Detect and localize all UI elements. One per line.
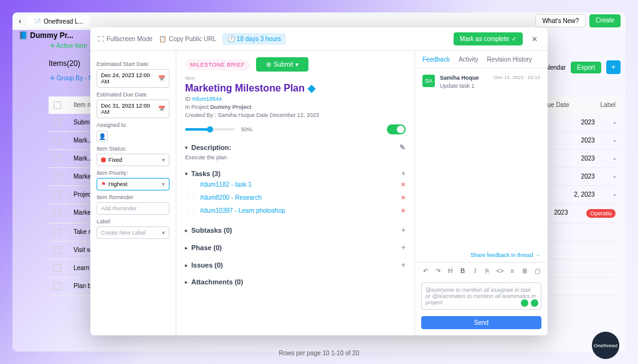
- add-task-button[interactable]: +: [401, 169, 406, 178]
- send-button[interactable]: Send: [421, 316, 541, 329]
- remove-task-button[interactable]: ✕: [401, 194, 406, 201]
- progress-value: 50%: [241, 126, 252, 133]
- item-id: ID #dum19544: [185, 96, 406, 102]
- chevron-right-icon: ▸: [185, 245, 188, 251]
- milestone-title: Marketing Milestone Plan ◆: [185, 82, 406, 94]
- create-button[interactable]: Create: [589, 14, 621, 27]
- comments-panel: Feedback Activity Revision History SA Sa…: [414, 51, 548, 335]
- description-section-header[interactable]: ▾ Description: ✎: [185, 143, 406, 152]
- comment-input[interactable]: @everyone to mention all assignee in tas…: [421, 282, 541, 310]
- milestone-brief-badge: MILESTONE BRIEF: [185, 59, 250, 70]
- heading-icon[interactable]: H: [446, 266, 455, 275]
- created-by-info: Created By : Samiha Hoque Date December …: [185, 112, 406, 118]
- active-toggle[interactable]: [387, 124, 406, 134]
- chevron-right-icon: ▸: [185, 263, 188, 268]
- tab-activity[interactable]: Activity: [459, 56, 478, 63]
- mark-complete-button[interactable]: Mark as complete ✓: [454, 32, 523, 45]
- calendar-icon: 📅: [158, 106, 165, 112]
- status-label: Item Status:: [97, 146, 169, 152]
- copy-url-button[interactable]: 📋 Copy Public URL: [159, 35, 216, 42]
- start-date-label: Estimated Start Date: [97, 61, 169, 67]
- chevron-down-icon: ▾: [185, 171, 188, 177]
- remove-task-button[interactable]: ✕: [401, 207, 406, 214]
- add-phase-button[interactable]: +: [401, 243, 406, 252]
- code-icon[interactable]: <>: [495, 266, 504, 275]
- fullscreen-button[interactable]: ⛶ Fullscreen Mode: [98, 35, 153, 42]
- comment-text: Update task 1: [440, 83, 540, 89]
- diamond-icon: ◆: [308, 83, 315, 93]
- edit-icon[interactable]: ✎: [399, 143, 406, 152]
- reminder-input[interactable]: Add Reminder: [97, 202, 169, 215]
- item-label: Item: [185, 75, 406, 81]
- bold-icon[interactable]: B: [459, 266, 467, 275]
- add-subtask-button[interactable]: +: [401, 226, 406, 235]
- items-count: Items(20): [49, 59, 80, 68]
- chevron-right-icon: ▸: [185, 228, 188, 233]
- assigned-label: Assigned to: [97, 122, 169, 128]
- project-link[interactable]: In Project Dummy Project: [185, 104, 406, 110]
- drag-icon[interactable]: ⋮⋮: [185, 195, 196, 201]
- status-select[interactable]: Fixed▾: [97, 154, 169, 166]
- undo-icon[interactable]: ↶: [421, 266, 430, 275]
- drag-icon[interactable]: ⋮⋮: [185, 208, 196, 214]
- active-items-tab[interactable]: ✛ Active Item: [50, 42, 87, 49]
- export-button[interactable]: Export: [571, 62, 601, 73]
- task-item[interactable]: ⋮⋮ #dum1182 - task 1 ✕: [185, 178, 406, 191]
- comment-item: SA Samiha Hoque Dec 13, 2023 . 20:19 Upd…: [422, 75, 540, 89]
- back-icon: ‹: [19, 17, 21, 26]
- project-title: 📘 Dummy Pr...: [19, 31, 74, 40]
- link-icon[interactable]: ⎘: [483, 266, 492, 275]
- calendar-icon: 📅: [158, 75, 165, 82]
- issues-section-header[interactable]: ▸ Issues (0) +: [185, 261, 406, 269]
- tab-history[interactable]: Revision History: [487, 56, 532, 63]
- select-all-checkbox[interactable]: [54, 101, 61, 109]
- comment-author: Samiha Hoque: [440, 75, 479, 81]
- task-item[interactable]: ⋮⋮ #dum8200 - Research ✕: [185, 191, 406, 204]
- task-item[interactable]: ⋮⋮ #dum10397 - Learn photoshop ✕: [185, 204, 406, 217]
- due-date-label: Estimated Due Date: [97, 91, 169, 98]
- progress-slider[interactable]: [185, 128, 235, 131]
- milestone-modal: ⛶ Fullscreen Mode 📋 Copy Public URL 🕐 18…: [90, 27, 548, 335]
- browser-tab[interactable]: 📄 Onethread L...: [27, 16, 90, 27]
- modal-main: MILESTONE BRIEF ⊕ Submit ▾ Item Marketin…: [176, 51, 414, 335]
- priority-select[interactable]: ⚑Highest▾: [97, 178, 169, 190]
- tasks-section-header[interactable]: ▾ Tasks (3) +: [185, 169, 406, 178]
- list-icon[interactable]: ≡: [508, 266, 517, 275]
- subtasks-section-header[interactable]: ▸ Subtasks (0) +: [185, 226, 406, 235]
- description-text: Execute the plan: [185, 154, 406, 161]
- onethread-logo: Onethread: [592, 332, 619, 359]
- label-select[interactable]: Create New Label▾: [97, 226, 169, 239]
- add-issue-button[interactable]: +: [401, 261, 406, 269]
- label-label: Label: [97, 218, 169, 225]
- share-feedback-link[interactable]: Share feedback in thread →: [415, 248, 548, 262]
- tab-feedback[interactable]: Feedback: [422, 56, 450, 63]
- time-remaining: 🕐 18 days 3 hours: [222, 33, 286, 45]
- close-icon[interactable]: ✕: [529, 34, 540, 45]
- image-icon[interactable]: ▢: [533, 266, 541, 275]
- drag-icon[interactable]: ⋮⋮: [185, 182, 196, 188]
- attachments-section-header[interactable]: ▸ Attachments (0): [185, 278, 406, 286]
- numbered-list-icon[interactable]: ≣: [520, 266, 529, 275]
- whats-new-button[interactable]: What's New?: [535, 14, 586, 27]
- chevron-down-icon: ▾: [162, 230, 165, 236]
- modal-sidebar: Estimated Start Date Dec 24, 2023 12:00 …: [90, 51, 176, 335]
- chevron-right-icon: ▸: [185, 279, 188, 285]
- pagination[interactable]: Rows per page 10 1-10 of 20: [279, 350, 359, 357]
- priority-label: Item Priority:: [97, 170, 169, 176]
- due-date-input[interactable]: Dec 31, 2023 12:00 AM📅: [97, 100, 169, 118]
- redo-icon[interactable]: ↷: [434, 266, 442, 275]
- assignee-add-button[interactable]: 👤: [97, 131, 108, 142]
- emoji-icon[interactable]: [531, 299, 538, 307]
- chevron-down-icon: ▾: [162, 157, 165, 163]
- start-date-input[interactable]: Dec 24, 2023 12:00 AM📅: [97, 69, 169, 88]
- at-mention-icon[interactable]: [521, 299, 528, 307]
- submit-button[interactable]: ⊕ Submit ▾: [256, 57, 308, 72]
- phase-section-header[interactable]: ▸ Phase (0) +: [185, 243, 406, 252]
- add-button[interactable]: +: [606, 60, 621, 74]
- italic-icon[interactable]: I: [471, 266, 480, 275]
- remove-task-button[interactable]: ✕: [401, 181, 406, 188]
- reminder-label: Item Reminder: [97, 194, 169, 200]
- chevron-down-icon: ▾: [185, 145, 188, 151]
- comment-time: Dec 13, 2023 . 20:19: [494, 75, 540, 80]
- editor-toolbar: ↶ ↷ H B I ⎘ <> ≡ ≣ ▢: [415, 262, 548, 279]
